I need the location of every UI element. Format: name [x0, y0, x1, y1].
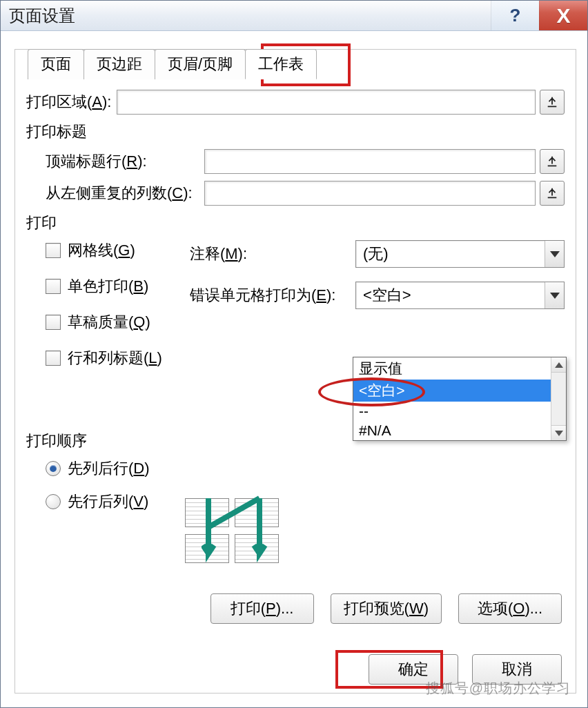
ok-button[interactable]: 确定: [369, 654, 458, 685]
dropdown-item-blank[interactable]: <空白>: [353, 380, 566, 402]
errors-label: 错误单元格打印为(E):: [190, 285, 349, 306]
preview-sheet: [235, 498, 279, 527]
comments-label: 注释(M):: [190, 244, 349, 264]
print-section-label: 打印: [26, 213, 565, 233]
tab-page[interactable]: 页面: [28, 49, 84, 79]
title-bar[interactable]: 页面设置 ? X: [1, 1, 587, 31]
page-setup-dialog: 页面设置 ? X 页面 页边距 页眉/页脚 工作表 打印区域(A):: [0, 0, 588, 708]
tab-worksheet[interactable]: 工作表: [245, 49, 317, 79]
close-button[interactable]: X: [539, 1, 587, 30]
left-cols-input[interactable]: [204, 181, 536, 206]
down-then-over-radio[interactable]: 先列后行(D): [46, 458, 565, 479]
row-col-headers-checkbox[interactable]: 行和列标题(L): [46, 348, 162, 368]
print-titles-label: 打印标题: [26, 121, 565, 142]
left-cols-ref-button[interactable]: [540, 181, 565, 206]
gridlines-checkbox[interactable]: 网格线(G): [46, 240, 162, 261]
collapse-icon: [546, 155, 558, 168]
dropdown-item-dashes[interactable]: --: [353, 402, 566, 421]
radio-circle: [46, 461, 61, 476]
print-area-ref-button[interactable]: [540, 90, 565, 115]
over-then-down-label: 先行后列(V): [68, 491, 148, 512]
help-button[interactable]: ?: [491, 1, 539, 30]
checkbox-box: [46, 315, 61, 330]
errors-dropdown-list[interactable]: 显示值 <空白> -- #N/A: [353, 357, 567, 441]
options-button[interactable]: 选项(O)...: [458, 593, 562, 624]
dropdown-item-display[interactable]: 显示值: [353, 357, 566, 380]
dialog-title: 页面设置: [9, 5, 75, 27]
print-area-label: 打印区域(A):: [26, 92, 111, 112]
checkbox-box: [46, 279, 61, 294]
row-col-headers-label: 行和列标题(L): [68, 348, 162, 368]
preview-sheet: [235, 534, 279, 563]
black-white-checkbox[interactable]: 单色打印(B): [46, 276, 162, 297]
top-rows-label: 顶端标题行(R):: [46, 151, 204, 172]
collapse-icon: [546, 96, 558, 108]
tab-margins[interactable]: 页边距: [84, 49, 155, 79]
checkbox-box: [46, 243, 61, 258]
dropdown-scrollbar[interactable]: [551, 357, 566, 440]
gridlines-label: 网格线(G): [68, 240, 135, 261]
draft-quality-label: 草稿质量(Q): [68, 312, 150, 333]
chevron-down-icon: [545, 282, 564, 308]
down-then-over-label: 先列后行(D): [68, 458, 150, 479]
preview-sheet: [185, 534, 229, 563]
errors-value: <空白>: [363, 285, 411, 306]
comments-value: (无): [363, 244, 389, 264]
checkbox-box: [46, 351, 61, 366]
comments-combo[interactable]: (无): [355, 240, 565, 268]
radio-circle: [46, 494, 61, 509]
help-icon: ?: [510, 5, 521, 26]
top-rows-input[interactable]: [204, 149, 536, 174]
scroll-up-icon[interactable]: [551, 357, 566, 373]
top-rows-ref-button[interactable]: [540, 149, 565, 174]
close-icon: X: [556, 4, 570, 28]
tab-header-footer[interactable]: 页眉/页脚: [155, 49, 246, 79]
left-cols-label: 从左侧重复的列数(C):: [46, 183, 204, 204]
draft-quality-checkbox[interactable]: 草稿质量(Q): [46, 312, 162, 333]
scroll-down-icon[interactable]: [551, 425, 566, 440]
print-area-row: 打印区域(A):: [26, 90, 565, 115]
dropdown-item-na[interactable]: #N/A: [353, 421, 566, 440]
print-area-input[interactable]: [117, 90, 536, 115]
chevron-down-icon: [545, 241, 564, 267]
errors-combo[interactable]: <空白>: [355, 282, 565, 309]
cancel-button[interactable]: 取消: [472, 654, 562, 685]
black-white-label: 单色打印(B): [68, 276, 148, 297]
preview-sheet: [185, 498, 229, 527]
dialog-content: 页面 页边距 页眉/页脚 工作表 打印区域(A): 打印标题: [14, 49, 576, 694]
over-then-down-radio[interactable]: 先行后列(V): [46, 491, 565, 512]
collapse-icon: [546, 187, 558, 199]
print-preview-button[interactable]: 打印预览(W): [331, 593, 442, 624]
print-button[interactable]: 打印(P)...: [210, 593, 314, 624]
print-order-preview: [185, 498, 284, 564]
